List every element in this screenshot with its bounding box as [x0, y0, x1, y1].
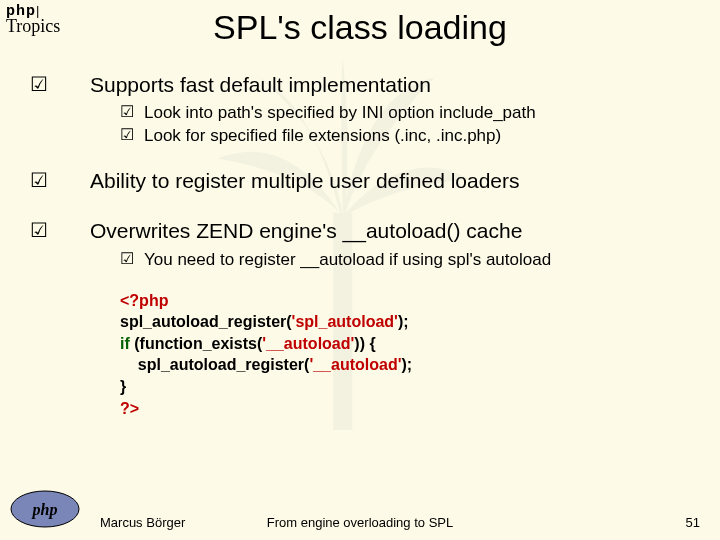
footer-page: 51 [686, 515, 700, 530]
footer-talk: From engine overloading to SPL [0, 515, 720, 530]
sub-text: Look into path's specified by INI option… [144, 102, 536, 125]
bullet-1-text: Supports fast default implementation [90, 72, 431, 98]
bullet-1-sub-1: ☑ Look into path's specified by INI opti… [120, 102, 700, 125]
check-icon: ☑ [30, 72, 90, 96]
bullet-3: ☑ Overwrites ZEND engine's __autoload() … [30, 218, 700, 244]
check-icon: ☑ [30, 168, 90, 192]
bullet-1-sub-2: ☑ Look for specified file extensions (.i… [120, 125, 700, 148]
bullet-2: ☑ Ability to register multiple user defi… [30, 168, 700, 194]
bullet-2-text: Ability to register multiple user define… [90, 168, 520, 194]
check-icon: ☑ [30, 218, 90, 242]
bullet-3-text: Overwrites ZEND engine's __autoload() ca… [90, 218, 522, 244]
check-icon: ☑ [120, 249, 144, 268]
bullet-3-sub-1: ☑ You need to register __autoload if usi… [120, 249, 700, 272]
bullet-1: ☑ Supports fast default implementation [30, 72, 700, 98]
check-icon: ☑ [120, 125, 144, 144]
sub-text: You need to register __autoload if using… [144, 249, 551, 272]
sub-text: Look for specified file extensions (.inc… [144, 125, 501, 148]
slide-body: ☑ Supports fast default implementation ☑… [30, 72, 700, 419]
slide-title: SPL's class loading [0, 8, 720, 47]
check-icon: ☑ [120, 102, 144, 121]
code-sample: <?php spl_autoload_register('spl_autoloa… [120, 290, 700, 420]
